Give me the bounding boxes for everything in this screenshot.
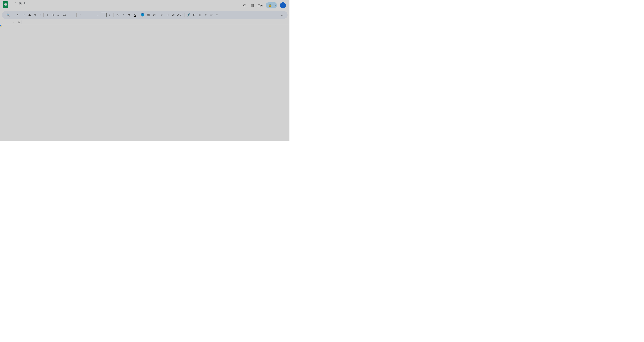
v-align-icon[interactable]: ↓▾ [165, 12, 170, 18]
insert-comment-icon[interactable]: ⊕ [192, 12, 197, 18]
redo-icon[interactable]: ↷ [21, 12, 26, 18]
increase-fontsize-icon[interactable]: + [107, 12, 112, 18]
format-percent-icon[interactable]: % [50, 12, 56, 18]
decrease-fontsize-icon[interactable]: − [95, 12, 100, 18]
namebox-dropdown-icon[interactable]: ▾ [14, 22, 14, 23]
spreadsheet-grid[interactable] [0, 25, 290, 138]
filter-icon[interactable]: ▿ [203, 12, 208, 18]
meet-icon[interactable]: ▢◂▾ [258, 3, 263, 8]
toolbar: 🔍 ↶ ↷ 🖶 ✎ ▾ $ % .0← .00→ ▾ − + B I S A 🪣… [2, 11, 288, 19]
search-menus[interactable]: 🔍 [4, 13, 13, 17]
functions-icon[interactable]: Σ [214, 12, 220, 18]
decrease-decimal-icon[interactable]: .0← [56, 12, 62, 18]
comments-icon[interactable]: ▤ [250, 3, 255, 8]
text-wrap-icon[interactable]: ↲▾ [171, 12, 176, 18]
print-icon[interactable]: 🖶 [27, 12, 32, 18]
fx-icon: fx [18, 21, 20, 24]
lock-icon: 🔒 [268, 4, 272, 7]
strike-icon[interactable]: S [126, 12, 132, 18]
history-icon[interactable]: ↺ [242, 3, 247, 8]
sheets-app-icon[interactable] [2, 1, 9, 8]
increase-decimal-icon[interactable]: .00→ [62, 12, 70, 18]
insert-link-icon[interactable]: 🔗 [186, 12, 191, 18]
collapse-toolbar-icon[interactable]: ︿ [280, 12, 285, 18]
filter-views-icon[interactable]: ☰▾ [209, 12, 214, 18]
h-align-icon[interactable]: ≡▾ [159, 12, 165, 18]
text-color-icon[interactable]: A [132, 12, 138, 18]
move-icon[interactable]: ▣ [19, 2, 22, 5]
formula-bar: ▾ fx [0, 20, 290, 25]
document-title[interactable] [10, 3, 12, 4]
app-header: ☆ ▣ ↻ ↺ ▤ ▢◂▾ 🔒 ▾ [0, 0, 290, 11]
share-dropdown[interactable]: ▾ [273, 3, 277, 8]
merge-cells-icon[interactable]: ⇵▾ [152, 12, 157, 18]
paint-format-icon[interactable]: ✎ [32, 12, 38, 18]
insert-chart-icon[interactable]: ▥ [197, 12, 203, 18]
format-more-icon[interactable] [70, 12, 75, 18]
undo-icon[interactable]: ↶ [15, 12, 21, 18]
borders-icon[interactable]: ▦ [146, 12, 151, 18]
highlight-box [0, 25, 1, 26]
font-size-input[interactable] [101, 13, 107, 17]
fill-color-icon[interactable]: 🪣 [140, 12, 145, 18]
account-avatar[interactable] [280, 2, 286, 8]
format-currency-icon[interactable]: $ [45, 12, 50, 18]
text-rotation-icon[interactable]: A↻▾ [176, 12, 184, 18]
font-select[interactable]: ▾ [78, 14, 93, 16]
search-icon: 🔍 [6, 14, 10, 16]
italic-icon[interactable]: I [120, 12, 126, 18]
bold-icon[interactable]: B [115, 12, 120, 18]
cloud-status-icon[interactable]: ↻ [24, 2, 26, 5]
star-icon[interactable]: ☆ [14, 2, 17, 5]
name-box[interactable] [2, 21, 14, 24]
selection-box [0, 25, 1, 26]
brand-footer [0, 141, 290, 154]
zoom-select[interactable]: ▾ [38, 14, 42, 16]
